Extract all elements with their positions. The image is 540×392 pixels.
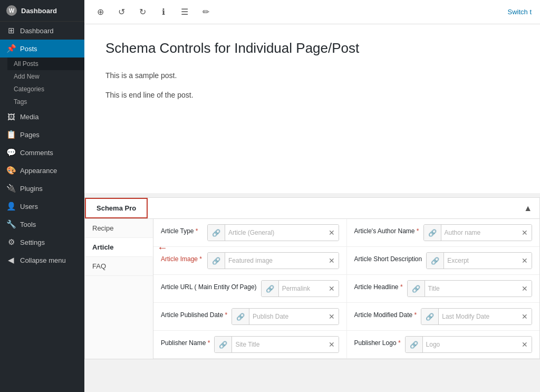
article-image-clear-button[interactable]: ✕ bbox=[325, 253, 339, 269]
sidebar-item-label: Posts bbox=[20, 45, 37, 53]
article-image-placeholder: Featured image bbox=[225, 257, 325, 264]
article-short-desc-link-icon: 🔗 bbox=[427, 253, 444, 269]
schema-body: Recipe Article FAQ Article Type * bbox=[85, 219, 539, 359]
article-url-clear-button[interactable]: ✕ bbox=[325, 281, 339, 297]
sidebar-item-users[interactable]: 👤 Users bbox=[0, 197, 84, 215]
modified-date-placeholder: Last Modify Date bbox=[439, 313, 518, 320]
publisher-logo-label: Publisher Logo * bbox=[354, 336, 401, 347]
media-icon: 🖼 bbox=[6, 112, 16, 121]
schema-row-1: Article Type * 🔗 Article (General) ✕ Art… bbox=[153, 219, 539, 247]
sidebar-item-all-posts[interactable]: All Posts bbox=[7, 58, 84, 70]
post-body: This is a sample post. This is end line … bbox=[105, 69, 519, 102]
article-type-link-icon: 🔗 bbox=[208, 225, 225, 241]
categories-label: Categories bbox=[14, 85, 44, 93]
article-image-input-wrap[interactable]: 🔗 Featured image ✕ bbox=[207, 252, 339, 269]
article-headline-cell: Article Headline * 🔗 Title ✕ bbox=[347, 275, 540, 302]
edit-button[interactable]: ✏ bbox=[198, 5, 213, 20]
sidebar-item-settings[interactable]: ⚙ Settings bbox=[0, 233, 84, 251]
schema-sidebar-item-faq[interactable]: FAQ bbox=[85, 257, 153, 276]
article-headline-input-wrap[interactable]: 🔗 Title ✕ bbox=[407, 280, 532, 297]
undo-button[interactable]: ↺ bbox=[114, 5, 129, 20]
modified-date-link-icon: 🔗 bbox=[421, 309, 439, 324]
sidebar-item-pages[interactable]: 📋 Pages bbox=[0, 126, 84, 144]
add-button[interactable]: ⊕ bbox=[93, 5, 108, 20]
article-url-label: Article URL ( Main Entity Of Page) bbox=[161, 280, 257, 291]
modified-date-input-wrap[interactable]: 🔗 Last Modify Date ✕ bbox=[421, 308, 532, 325]
publisher-logo-placeholder: Logo bbox=[423, 341, 518, 348]
tags-label: Tags bbox=[14, 98, 27, 106]
schema-sidebar-item-article[interactable]: Article bbox=[85, 238, 153, 257]
sidebar-item-comments[interactable]: 💬 Comments bbox=[0, 144, 84, 161]
info-button[interactable]: ℹ bbox=[156, 5, 171, 20]
publisher-name-label: Publisher Name * bbox=[161, 336, 210, 347]
pages-label: Pages bbox=[20, 131, 40, 139]
schema-row-4: Article Published Date * 🔗 Publish Date … bbox=[153, 303, 539, 331]
sidebar-item-add-new[interactable]: Add New bbox=[7, 70, 84, 83]
published-date-clear-button[interactable]: ✕ bbox=[325, 309, 339, 324]
schema-row-5: Publisher Name * 🔗 Site Title ✕ Publishe… bbox=[153, 331, 539, 359]
sidebar-item-categories[interactable]: Categories bbox=[7, 83, 84, 95]
collapse-label: Collapse menu bbox=[20, 256, 66, 264]
article-image-label: Article Image * bbox=[161, 252, 203, 263]
article-type-label: Article Type * bbox=[161, 224, 203, 235]
sidebar: W Dashboard ⊞ Dashboard 📌 Posts All Post… bbox=[0, 0, 84, 392]
pages-icon: 📋 bbox=[6, 130, 16, 139]
comments-label: Comments bbox=[20, 149, 53, 157]
article-url-cell: Article URL ( Main Entity Of Page) 🔗 Per… bbox=[153, 275, 347, 302]
dashboard-icon: ⊞ bbox=[6, 26, 16, 35]
switch-to-link[interactable]: Switch t bbox=[507, 8, 532, 16]
published-date-required: * bbox=[225, 311, 227, 319]
article-image-cell: Article Image * 🔗 Featured image ✕ bbox=[153, 247, 347, 274]
article-type-input-wrap[interactable]: 🔗 Article (General) ✕ bbox=[207, 224, 339, 241]
article-short-desc-cell: Article Short Description 🔗 Excerpt ✕ bbox=[347, 247, 540, 274]
published-date-placeholder: Publish Date bbox=[249, 313, 324, 320]
modified-date-clear-button[interactable]: ✕ bbox=[518, 309, 532, 324]
sidebar-item-tags[interactable]: Tags bbox=[7, 95, 84, 108]
post-body-line2: This is end line of the post. bbox=[105, 89, 519, 102]
publisher-logo-required: * bbox=[398, 339, 401, 347]
article-type-clear-button[interactable]: ✕ bbox=[325, 225, 339, 241]
article-headline-clear-button[interactable]: ✕ bbox=[518, 281, 532, 297]
author-name-clear-button[interactable]: ✕ bbox=[518, 225, 532, 241]
sidebar-item-collapse[interactable]: ◀ Collapse menu bbox=[0, 251, 84, 269]
redo-button[interactable]: ↻ bbox=[135, 5, 150, 20]
sidebar-item-posts[interactable]: 📌 Posts bbox=[0, 40, 84, 58]
author-name-label: Article's Author Name * bbox=[354, 224, 419, 235]
article-short-desc-input-wrap[interactable]: 🔗 Excerpt ✕ bbox=[426, 252, 532, 269]
publisher-name-cell: Publisher Name * 🔗 Site Title ✕ bbox=[153, 331, 347, 358]
plugins-icon: 🔌 bbox=[6, 184, 16, 193]
article-type-cell: Article Type * 🔗 Article (General) ✕ bbox=[153, 219, 347, 246]
sidebar-item-plugins[interactable]: 🔌 Plugins bbox=[0, 179, 84, 197]
article-image-link-icon: 🔗 bbox=[208, 253, 225, 269]
author-name-input-wrap[interactable]: 🔗 Author name ✕ bbox=[423, 224, 532, 241]
publisher-name-link-icon: 🔗 bbox=[215, 337, 232, 352]
schema-panel-header: Schema Pro ▲ bbox=[85, 198, 539, 219]
published-date-input-wrap[interactable]: 🔗 Publish Date ✕ bbox=[232, 308, 339, 325]
sidebar-logo[interactable]: W Dashboard bbox=[0, 0, 84, 22]
modified-date-required: * bbox=[414, 311, 417, 319]
toolbar-actions: ⊕ ↺ ↻ ℹ ☰ ✏ bbox=[93, 5, 213, 20]
schema-panel-collapse-button[interactable]: ▲ bbox=[516, 198, 539, 218]
article-short-desc-label: Article Short Description bbox=[354, 252, 422, 263]
list-button[interactable]: ☰ bbox=[177, 5, 192, 20]
publisher-logo-link-icon: 🔗 bbox=[406, 337, 423, 352]
sidebar-item-tools[interactable]: 🔧 Tools bbox=[0, 215, 84, 233]
article-url-input-wrap[interactable]: 🔗 Permalink ✕ bbox=[261, 280, 339, 297]
publisher-logo-input-wrap[interactable]: 🔗 Logo ✕ bbox=[405, 336, 532, 353]
publisher-name-clear-button[interactable]: ✕ bbox=[325, 337, 339, 352]
sidebar-item-media[interactable]: 🖼 Media bbox=[0, 108, 84, 126]
sidebar-item-dashboard[interactable]: ⊞ Dashboard bbox=[0, 22, 84, 40]
author-name-link-icon: 🔗 bbox=[424, 225, 441, 241]
article-short-desc-clear-button[interactable]: ✕ bbox=[518, 253, 532, 269]
collapse-icon: ◀ bbox=[6, 255, 16, 265]
faq-label: FAQ bbox=[92, 262, 106, 270]
schema-pro-tab[interactable]: Schema Pro bbox=[85, 198, 148, 218]
publisher-name-input-wrap[interactable]: 🔗 Site Title ✕ bbox=[214, 336, 339, 353]
schema-sidebar-item-recipe[interactable]: Recipe bbox=[85, 219, 153, 238]
published-date-cell: Article Published Date * 🔗 Publish Date … bbox=[153, 303, 347, 330]
article-short-desc-placeholder: Excerpt bbox=[444, 257, 518, 264]
publisher-logo-clear-button[interactable]: ✕ bbox=[518, 337, 532, 352]
sidebar-item-appearance[interactable]: 🎨 Appearance bbox=[0, 161, 84, 179]
add-new-label: Add New bbox=[14, 73, 40, 80]
all-posts-label: All Posts bbox=[14, 60, 38, 68]
